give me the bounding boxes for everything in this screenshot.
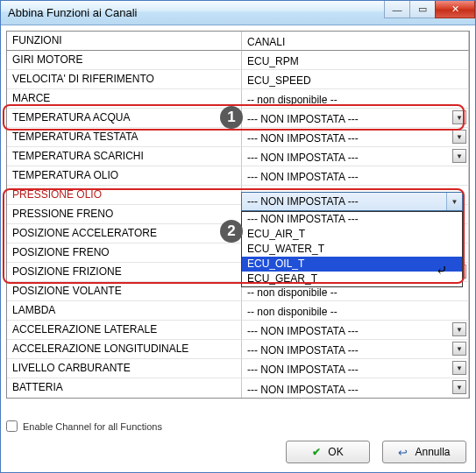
channel-cell[interactable]: --- NON IMPOSTATA ---▼: [242, 128, 469, 147]
maximize-button[interactable]: ▭: [409, 1, 436, 18]
function-cell: LIVELLO CARBURANTE: [7, 359, 242, 378]
channel-cell[interactable]: --- NON IMPOSTATA ---▼: [242, 359, 469, 378]
window-buttons: — ▭ ✕: [385, 1, 475, 18]
table-row: TEMPERATURA TESTATA--- NON IMPOSTATA ---…: [7, 128, 469, 147]
chevron-down-icon[interactable]: ▼: [452, 149, 466, 163]
table-row: GIRI MOTOREECU_RPM: [7, 51, 469, 70]
chevron-down-icon[interactable]: ▼: [452, 130, 466, 144]
function-cell: POSIZIONE FRENO: [7, 244, 242, 263]
chevron-down-icon[interactable]: ▼: [452, 361, 466, 375]
dialog-buttons: ✔ OK ↩ Annulla: [1, 435, 475, 472]
cancel-icon: ↩: [398, 446, 408, 459]
grid-header: FUNZIONI CANALI: [7, 32, 469, 51]
table-row: TEMPERATURA ACQUA--- NON IMPOSTATA ---▼: [7, 109, 469, 128]
ok-button-label: OK: [328, 446, 343, 458]
function-cell: TEMPERATURA TESTATA: [7, 128, 242, 147]
header-canali: CANALI: [242, 32, 469, 51]
table-row: MARCE-- non disponibile --: [7, 89, 469, 109]
dialog-window: Abbina Funzioni ai Canali — ▭ ✕ FUNZIONI…: [0, 0, 476, 473]
channel-cell[interactable]: --- NON IMPOSTATA ---▼: [242, 147, 469, 166]
combo-option[interactable]: ECU_GEAR_T: [242, 272, 462, 286]
window-title: Abbina Funzioni ai Canali: [8, 6, 137, 19]
enable-all-label: Enable Channel for all Functions: [23, 421, 162, 432]
channel-cell[interactable]: --- NON IMPOSTATA ---▼: [242, 340, 469, 359]
dialog-body: FUNZIONI CANALI GIRI MOTOREECU_RPMVELOCI…: [1, 25, 475, 413]
minimize-button[interactable]: —: [384, 1, 410, 18]
function-cell: POSIZIONE ACCELERATORE: [7, 224, 242, 244]
channel-cell: ECU_RPM: [242, 51, 469, 70]
combo-selected-value: --- NON IMPOSTATA ---: [247, 195, 359, 208]
cancel-button[interactable]: ↩ Annulla: [382, 441, 466, 463]
channel-cell: -- non disponibile --: [242, 89, 469, 109]
channel-cell[interactable]: --- NON IMPOSTATA ---: [242, 166, 469, 186]
table-row: ACCELERAZIONE LATERALE--- NON IMPOSTATA …: [7, 321, 469, 340]
channel-cell[interactable]: --- NON IMPOSTATA ---▼: [242, 321, 469, 340]
table-row: TEMPERATURA OLIO--- NON IMPOSTATA ---: [7, 166, 469, 186]
function-cell: VELOCITA' DI RIFERIMENTO: [7, 70, 242, 89]
function-cell: POSIZIONE VOLANTE: [7, 282, 242, 301]
channel-cell: -- non disponibile --: [242, 301, 469, 321]
chevron-down-icon[interactable]: ▼: [452, 110, 466, 124]
function-cell: BATTERIA: [7, 378, 242, 398]
close-button[interactable]: ✕: [435, 1, 475, 18]
function-cell: PRESSIONE OLIO: [7, 186, 242, 205]
function-cell: POSIZIONE FRIZIONE: [7, 263, 242, 282]
check-icon: ✔: [312, 446, 321, 458]
combo-dropdown-list[interactable]: --- NON IMPOSTATA ---ECU_AIR_TECU_WATER_…: [241, 211, 463, 287]
function-cell: LAMBDA: [7, 301, 242, 321]
function-cell: TEMPERATURA ACQUA: [7, 109, 242, 128]
combo-dropdown-button[interactable]: ▼: [446, 193, 462, 210]
table-row: BATTERIA--- NON IMPOSTATA ---▼: [7, 378, 469, 398]
table-row: VELOCITA' DI RIFERIMENTOECU_SPEED: [7, 70, 469, 89]
combo-option[interactable]: --- NON IMPOSTATA ---: [242, 212, 462, 227]
channel-cell[interactable]: --- NON IMPOSTATA ---▼: [242, 378, 469, 398]
function-cell: TEMPERATURA OLIO: [7, 166, 242, 186]
table-row: LIVELLO CARBURANTE--- NON IMPOSTATA ---▼: [7, 359, 469, 378]
table-row: TEMPERATURA SCARICHI--- NON IMPOSTATA --…: [7, 147, 469, 166]
table-row: LAMBDA-- non disponibile --: [7, 301, 469, 321]
chevron-down-icon[interactable]: ▼: [452, 380, 466, 394]
titlebar[interactable]: Abbina Funzioni ai Canali — ▭ ✕: [1, 1, 475, 25]
channel-cell: ECU_SPEED: [242, 70, 469, 89]
combo-option[interactable]: ECU_AIR_T: [242, 227, 462, 242]
ok-button[interactable]: ✔ OK: [286, 441, 370, 463]
channel-combo-open[interactable]: --- NON IMPOSTATA --- ▼: [241, 192, 463, 211]
function-cell: ACCELERAZIONE LATERALE: [7, 321, 242, 340]
function-cell: PRESSIONE FRENO: [7, 205, 242, 224]
combo-option[interactable]: ECU_OIL_T: [242, 257, 462, 272]
function-cell: TEMPERATURA SCARICHI: [7, 147, 242, 166]
chevron-down-icon[interactable]: ▼: [452, 322, 466, 336]
combo-option[interactable]: ECU_WATER_T: [242, 242, 462, 257]
function-cell: ACCELERAZIONE LONGITUDINALE: [7, 340, 242, 359]
function-cell: GIRI MOTORE: [7, 51, 242, 70]
footer-check-area: Enable Channel for all Functions: [1, 413, 475, 435]
cancel-button-label: Annulla: [415, 446, 450, 458]
table-row: ACCELERAZIONE LONGITUDINALE--- NON IMPOS…: [7, 340, 469, 359]
enable-all-checkbox[interactable]: [6, 420, 18, 432]
function-cell: MARCE: [7, 89, 242, 109]
channel-cell[interactable]: --- NON IMPOSTATA ---▼: [242, 109, 469, 128]
header-funzioni: FUNZIONI: [7, 32, 242, 51]
chevron-down-icon[interactable]: ▼: [452, 342, 466, 356]
